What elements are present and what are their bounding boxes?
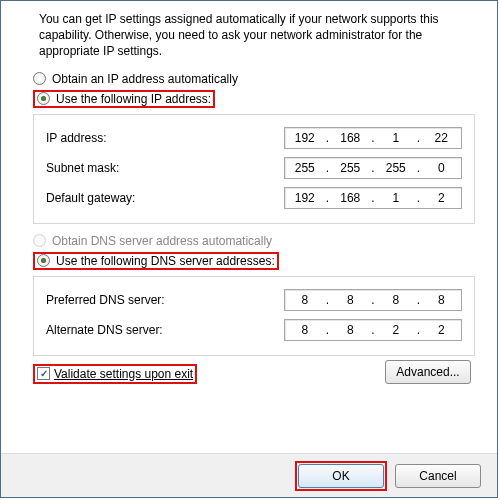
checkbox-icon [37, 367, 50, 380]
alternate-dns-row: Alternate DNS server: 8. 8. 2. 2 [46, 315, 462, 345]
dns-auto-label: Obtain DNS server address automatically [52, 234, 272, 248]
ip-auto-label: Obtain an IP address automatically [52, 72, 238, 86]
alternate-dns-input[interactable]: 8. 8. 2. 2 [284, 319, 462, 341]
button-bar: OK Cancel [1, 453, 497, 497]
highlight-box: Use the following DNS server addresses: [33, 252, 279, 270]
subnet-mask-row: Subnet mask: 255. 255. 255. 0 [46, 153, 462, 183]
preferred-dns-label: Preferred DNS server: [46, 293, 165, 307]
highlight-box: Validate settings upon exit [33, 364, 197, 384]
radio-icon [33, 234, 46, 247]
description-text: You can get IP settings assigned automat… [1, 1, 497, 66]
ok-button[interactable]: OK [298, 464, 384, 488]
subnet-mask-label: Subnet mask: [46, 161, 119, 175]
dns-manual-label: Use the following DNS server addresses: [56, 254, 275, 268]
ip-address-label: IP address: [46, 131, 106, 145]
validate-label: Validate settings upon exit [54, 367, 193, 381]
default-gateway-label: Default gateway: [46, 191, 135, 205]
radio-icon [37, 92, 50, 105]
ip-manual-label: Use the following IP address: [56, 92, 211, 106]
ip-settings-group: Obtain an IP address automatically Use t… [33, 70, 475, 224]
highlight-box: Use the following IP address: [33, 90, 215, 108]
preferred-dns-row: Preferred DNS server: 8. 8. 8. 8 [46, 285, 462, 315]
default-gateway-row: Default gateway: 192. 168. 1. 2 [46, 183, 462, 213]
alternate-dns-label: Alternate DNS server: [46, 323, 163, 337]
ipv4-properties-dialog: You can get IP settings assigned automat… [0, 0, 498, 498]
ip-fields: IP address: 192. 168. 1. 22 Subnet mask:… [33, 114, 475, 224]
highlight-box: OK [295, 461, 387, 491]
advanced-button[interactable]: Advanced... [385, 360, 471, 384]
ip-manual-radio-row[interactable]: Use the following IP address: [33, 88, 475, 110]
radio-icon [37, 254, 50, 267]
dns-manual-radio-row[interactable]: Use the following DNS server addresses: [33, 250, 475, 272]
dns-auto-radio-row: Obtain DNS server address automatically [33, 232, 475, 250]
radio-icon [33, 72, 46, 85]
preferred-dns-input[interactable]: 8. 8. 8. 8 [284, 289, 462, 311]
ip-address-row: IP address: 192. 168. 1. 22 [46, 123, 462, 153]
cancel-button[interactable]: Cancel [395, 464, 481, 488]
dns-fields: Preferred DNS server: 8. 8. 8. 8 Alterna… [33, 276, 475, 356]
default-gateway-input[interactable]: 192. 168. 1. 2 [284, 187, 462, 209]
ip-auto-radio-row[interactable]: Obtain an IP address automatically [33, 70, 475, 88]
dns-settings-group: Obtain DNS server address automatically … [33, 232, 475, 356]
subnet-mask-input[interactable]: 255. 255. 255. 0 [284, 157, 462, 179]
ip-address-input[interactable]: 192. 168. 1. 22 [284, 127, 462, 149]
